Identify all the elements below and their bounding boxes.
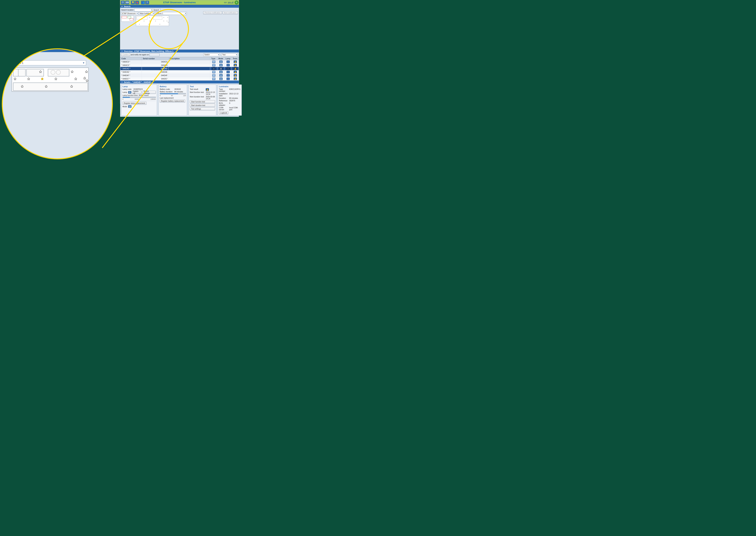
users-icon[interactable]: 👥 (141, 1, 145, 4)
thumbs-up-icon[interactable]: 👍 (234, 64, 237, 66)
thumbs-up-icon[interactable]: 👍 (234, 78, 237, 80)
lamp-hours-slider (122, 97, 156, 98)
table-row[interactable]: * 0404C6 *0404C6▭⏻i👍 (120, 60, 239, 64)
lamp-code-label: Lamp code: (122, 88, 132, 90)
user-area: sys sign off (224, 1, 233, 3)
chevron-down-icon: ▼ (121, 50, 123, 52)
table-row[interactable]: * 044D4D *044D4D▭⏻i👍 (120, 67, 239, 70)
zoom-room-plan[interactable] (12, 67, 88, 92)
username: sys (224, 1, 227, 3)
overview-toolbar: Confirm and notify me again on Switch Te… (120, 52, 239, 57)
info-icon[interactable]: i (226, 64, 230, 66)
test-settings-button[interactable]: Test settings (190, 107, 215, 111)
col-lamp[interactable]: Lamp (224, 57, 232, 60)
details-header[interactable]: ▼ Details - * 044D4D * - 044D4D - (120, 81, 239, 84)
thumbs-up-icon[interactable]: 👍 (234, 74, 237, 77)
zoom-room-select[interactable]: Offices 1 (11, 60, 86, 65)
test-select[interactable]: Test (221, 53, 238, 56)
thumbs-up-icon[interactable]: 👍 (234, 71, 237, 73)
search-button[interactable]: Search (152, 8, 160, 12)
prev-notification-button[interactable]: Previous notification (203, 11, 222, 14)
chevron-down-icon: ▼ (121, 5, 123, 8)
power-icon[interactable]: ⏻ (219, 67, 223, 70)
monitor-icon[interactable]: ▭ (212, 60, 216, 63)
monitor-icon[interactable]: ▭ (212, 71, 216, 73)
chevron-down-icon: ▼ (121, 81, 123, 84)
top-toolbar: ⏱ ⌨ 💡 🔖 👥 ? ETAP Showroom - luminaires s… (120, 0, 239, 5)
lamp-code: VK9RP02/3 (133, 88, 156, 90)
register-lamp-button[interactable]: Register lamp replacement (122, 102, 147, 105)
thumbs-up-icon[interactable]: 👍 (234, 60, 237, 63)
col-tests[interactable]: Tests (232, 57, 239, 60)
mode-icon[interactable]: ⏻ (128, 105, 131, 108)
select-building[interactable]: Main building (139, 12, 155, 15)
luminaire-title: Luminaire (219, 85, 240, 87)
battery-panel: Battery Battery code:VK9S32 Battery dura… (158, 84, 187, 116)
info-icon[interactable]: i (226, 78, 230, 80)
col-desc[interactable]: Description (169, 57, 210, 60)
overview-table: Code Serial number Description Type Mode… (120, 57, 239, 81)
test-title: Test (190, 85, 215, 87)
select-room[interactable]: Offices 1 (155, 12, 187, 15)
signoff-link[interactable]: sign off (228, 1, 233, 3)
monitor-icon[interactable]: ▭ (212, 64, 216, 66)
power-icon[interactable]: ⏻ (219, 60, 223, 63)
last-replacement-label: Last replacement: (160, 97, 186, 99)
details-heading: Details - * 044D4D * - 044D4D - (124, 81, 152, 84)
battery-slider (160, 93, 186, 94)
notify-label: and notify me again on (131, 54, 149, 56)
monitor-icon[interactable]: ▭ (212, 78, 216, 80)
monitor-icon[interactable]: ▭ (212, 74, 216, 77)
logbook-button[interactable]: Logbook (219, 111, 228, 115)
lamp-icon[interactable]: 💡 (131, 1, 135, 4)
next-notification-button[interactable]: Next notification (223, 11, 238, 14)
info-icon[interactable]: i (226, 71, 230, 73)
search-location-label: Search location (121, 9, 134, 11)
table-row[interactable]: * 0404C8 *0404C8▭⏻i👍 (120, 64, 239, 67)
switch-off-button[interactable]: Switch off (132, 91, 142, 94)
keyboard-icon[interactable]: ⌨ (125, 1, 129, 4)
table-row[interactable]: * 044D57 *044D57▭⏻i👍 (120, 77, 239, 81)
lamp-panel: Lamp Lamp code: VK9RP02/3 Lamp: ⏻ Switch… (121, 84, 157, 116)
power-icon[interactable]: ⏻ (128, 91, 131, 94)
lamp-function-time: Lamp function time: 30283 hours (122, 94, 156, 96)
power-icon[interactable]: ⏻ (219, 78, 223, 80)
lamp-label: Lamp: (122, 91, 127, 93)
table-row[interactable]: * 044D4F *044D4F▭⏻i👍 (120, 74, 239, 77)
test-panel: Test Test result:👍 Next function test:20… (189, 84, 216, 116)
register-battery-button[interactable]: Register battery replacement (160, 100, 185, 103)
overview-header[interactable]: ▼ Overview - ETAP Showroom, Main buildin… (120, 50, 239, 52)
zoom-selected-luminaire-icon (40, 78, 44, 82)
overview-heading: Overview - ETAP Showroom, Main building,… (124, 50, 173, 52)
col-type[interactable]: Type (210, 57, 217, 60)
clock-icon[interactable]: ⏱ (121, 1, 125, 4)
battery-title: Battery (160, 85, 186, 87)
confirm-button[interactable]: Confirm (121, 53, 130, 56)
switch-select[interactable]: Switch (203, 53, 220, 56)
col-serial[interactable]: Serial number (142, 57, 169, 60)
thumbs-up-icon[interactable]: 👍 (234, 67, 237, 70)
col-mode[interactable]: Mode (217, 57, 224, 60)
power-icon[interactable]: ⏻ (219, 74, 223, 77)
building-plan-thumb[interactable] (121, 16, 134, 22)
search-header[interactable]: ▼ Search (120, 5, 239, 8)
notify-date-input[interactable] (150, 53, 159, 56)
search-panel: Search location Search Previous notifica… (120, 8, 239, 50)
refresh-icon[interactable]: ↻ (235, 1, 238, 5)
tag-icon[interactable]: 🔖 (135, 1, 139, 4)
room-plan-thumb[interactable] (136, 16, 169, 26)
col-code[interactable]: Code (120, 57, 142, 60)
power-icon[interactable]: ⏻ (219, 64, 223, 66)
monitor-icon[interactable]: ▭ (212, 67, 216, 70)
start-function-test-button[interactable]: Start function test (190, 100, 215, 103)
info-icon[interactable]: i (226, 60, 230, 63)
info-icon[interactable]: i (226, 74, 230, 77)
info-icon[interactable]: i (226, 67, 230, 70)
power-icon[interactable]: ⏻ (219, 71, 223, 73)
select-showroom[interactable]: ETAP Showroom (121, 12, 138, 15)
help-icon[interactable]: ? (145, 1, 149, 4)
table-row[interactable]: * 044D4E *044D4E▭⏻i👍 (120, 70, 239, 74)
start-duration-test-button[interactable]: Start duration test (190, 104, 215, 107)
search-location-input[interactable] (134, 9, 152, 12)
switch-settings-button[interactable]: Switch settings (142, 91, 156, 94)
